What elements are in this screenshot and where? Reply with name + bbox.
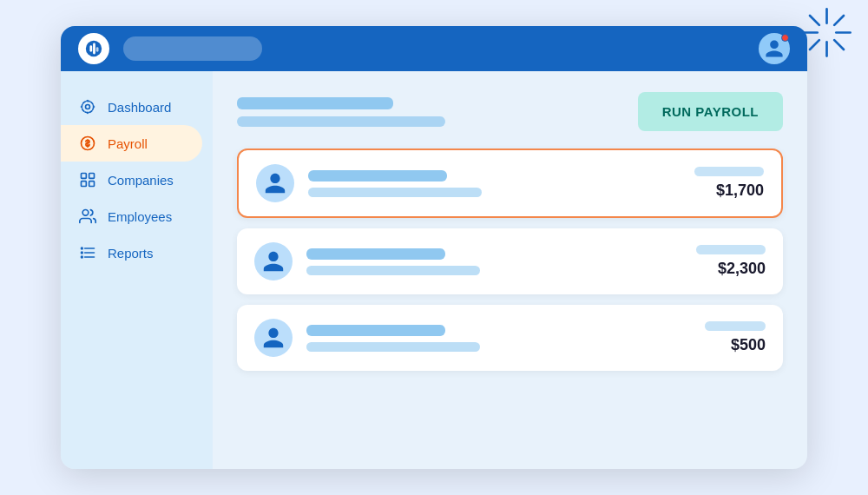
svg-rect-16 (89, 174, 95, 179)
sidebar-item-companies[interactable]: Companies (61, 162, 202, 198)
svg-point-25 (82, 256, 83, 258)
svg-rect-11 (96, 47, 99, 52)
dashboard-icon (78, 97, 97, 116)
svg-rect-15 (82, 174, 87, 179)
table-row[interactable]: $1,700 (237, 148, 783, 218)
employee-amount-bar (696, 245, 766, 254)
main-layout: Dashboard Payroll (61, 71, 807, 469)
svg-rect-17 (82, 182, 87, 187)
user-avatar-wrap[interactable] (759, 33, 790, 64)
svg-rect-18 (89, 182, 95, 187)
employee-amount: $1,700 (716, 182, 764, 200)
sidebar-item-reports-label: Reports (108, 246, 154, 261)
sidebar-item-companies-label: Companies (108, 173, 174, 188)
search-bar[interactable] (123, 36, 262, 61)
svg-line-5 (834, 40, 844, 50)
content-area: RUN PAYROLL (213, 71, 807, 469)
employee-name-line (308, 170, 447, 182)
svg-point-23 (82, 248, 83, 249)
table-row[interactable]: $2,300 (237, 228, 783, 294)
header-placeholder-2 (237, 116, 445, 127)
employee-amount: $500 (731, 336, 766, 354)
employee-sub-line (308, 188, 482, 197)
avatar (254, 242, 293, 280)
topbar (61, 26, 807, 71)
grid-icon (78, 170, 97, 189)
employee-sub-line (306, 342, 480, 352)
header-placeholder-1 (237, 97, 393, 109)
sidebar-item-payroll[interactable]: Payroll (61, 125, 202, 162)
employee-info (308, 170, 681, 197)
svg-line-7 (810, 40, 819, 50)
people-icon (78, 207, 97, 226)
sidebar-item-employees-label: Employees (108, 209, 172, 224)
sidebar-item-dashboard[interactable]: Dashboard (61, 89, 202, 125)
sidebar-item-employees[interactable]: Employees (61, 198, 202, 234)
app-window: Dashboard Payroll (61, 26, 807, 469)
employee-amount-col: $500 (705, 321, 766, 354)
run-payroll-button[interactable]: RUN PAYROLL (638, 92, 783, 131)
employee-amount-col: $2,300 (696, 245, 766, 278)
svg-line-4 (810, 16, 819, 25)
svg-point-13 (82, 101, 93, 112)
svg-point-19 (82, 210, 89, 216)
content-header: RUN PAYROLL (237, 92, 783, 131)
sidebar-item-payroll-label: Payroll (108, 136, 148, 151)
sidebar-item-reports[interactable]: Reports (61, 234, 202, 271)
logo (78, 33, 109, 64)
employee-name-line (306, 325, 445, 336)
sidebar-item-dashboard-label: Dashboard (108, 100, 171, 115)
header-left (237, 97, 445, 127)
sparkle-decoration (799, 4, 855, 61)
svg-point-12 (86, 105, 90, 109)
employee-amount-col: $1,700 (694, 167, 764, 200)
svg-point-24 (82, 252, 83, 254)
employee-amount: $2,300 (718, 260, 766, 278)
dollar-icon (78, 134, 97, 153)
employee-name-line (306, 248, 445, 260)
employee-amount-bar (705, 321, 766, 331)
avatar (256, 164, 294, 202)
avatar (254, 319, 293, 357)
table-row[interactable]: $500 (237, 305, 783, 371)
svg-rect-9 (89, 45, 92, 51)
sidebar: Dashboard Payroll (61, 71, 213, 469)
svg-rect-10 (93, 43, 95, 55)
notification-dot (781, 34, 789, 42)
employee-info (306, 325, 691, 352)
employee-info (306, 248, 682, 275)
svg-line-6 (834, 16, 844, 25)
employee-sub-line (306, 266, 480, 275)
list-icon (78, 243, 97, 262)
employee-amount-bar (694, 167, 764, 176)
employee-list: $1,700 (237, 148, 783, 371)
